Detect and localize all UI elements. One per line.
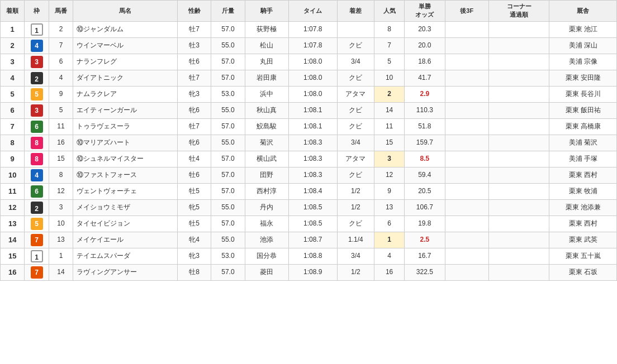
table-row: 7 6 11 トゥラヴェスーラ 牡7 57.0 鮫島駿 1:08.1 クビ 11… [1, 118, 617, 135]
header-kinryo: 斤量 [211, 1, 245, 22]
cell-ninki: 5 [374, 54, 404, 70]
cell-odds: 322.5 [405, 264, 445, 280]
cell-time: 1:08.3 [288, 151, 337, 167]
table-row: 13 5 10 タイセイビジョン 牡5 57.0 福永 1:08.5 クビ 6 … [1, 215, 617, 232]
cell-kishu: 浜中 [245, 86, 288, 102]
cell-chakusa: 1/2 [337, 183, 374, 199]
cell-horse-name: ラヴィングアンサー [73, 264, 178, 280]
cell-corner [488, 151, 549, 167]
cell-uma: 6 [49, 54, 73, 70]
cell-uma: 10 [49, 215, 73, 232]
cell-horse-name: メイケイエール [73, 232, 178, 248]
cell-kinryo: 55.0 [211, 135, 245, 151]
cell-odds: 51.8 [405, 118, 445, 135]
waku-badge: 4 [31, 169, 43, 181]
cell-odds: 20.0 [405, 37, 445, 54]
header-corner: コーナー通過順 [488, 1, 549, 22]
cell-time: 1:08.3 [288, 167, 337, 183]
cell-odds: 2.5 [405, 232, 445, 248]
cell-stable: 栗東 西村 [549, 215, 617, 232]
cell-kinryo: 53.0 [211, 86, 245, 102]
header-ninki: 人気 [374, 1, 404, 22]
cell-horse-name: ウインマーベル [73, 37, 178, 54]
table-row: 5 5 9 ナムラクレア 牝3 53.0 浜中 1:08.0 アタマ 2 2.9… [1, 86, 617, 102]
cell-corner [488, 54, 549, 70]
cell-rank: 9 [1, 151, 25, 167]
cell-time: 1:08.8 [288, 248, 337, 264]
cell-corner [488, 70, 549, 86]
cell-time: 1:08.3 [288, 135, 337, 151]
waku-badge: 5 [31, 88, 43, 100]
cell-odds: 59.4 [405, 167, 445, 183]
cell-rank: 1 [1, 21, 25, 37]
cell-horse-name: ⑩ジャンダルム [73, 21, 178, 37]
cell-chakusa: クビ [337, 70, 374, 86]
header-ato3f: 後3F [445, 1, 488, 22]
cell-ato3f [445, 102, 488, 118]
cell-time: 1:08.0 [288, 70, 337, 86]
cell-corner [488, 264, 549, 280]
cell-rank: 16 [1, 264, 25, 280]
cell-corner [488, 37, 549, 54]
header-chakusa: 着差 [337, 1, 374, 22]
cell-uma: 13 [49, 232, 73, 248]
cell-kishu: 国分恭 [245, 248, 288, 264]
cell-kinryo: 53.0 [211, 248, 245, 264]
cell-seire: 牡7 [178, 21, 211, 37]
cell-kinryo: 57.0 [211, 118, 245, 135]
cell-chakusa: クビ [337, 118, 374, 135]
cell-chakusa: 3/4 [337, 248, 374, 264]
cell-ato3f [445, 264, 488, 280]
cell-odds: 106.7 [405, 199, 445, 215]
cell-kinryo: 55.0 [211, 232, 245, 248]
cell-rank: 8 [1, 135, 25, 151]
cell-stable: 栗東 池添兼 [549, 199, 617, 215]
table-row: 14 7 13 メイケイエール 牝4 55.0 池添 1:08.7 1.1/4 … [1, 232, 617, 248]
cell-rank: 14 [1, 232, 25, 248]
cell-ninki: 12 [374, 167, 404, 183]
cell-horse-name: ⑩マリアズハート [73, 135, 178, 151]
cell-odds: 20.5 [405, 183, 445, 199]
waku-badge: 5 [31, 218, 43, 230]
cell-chakusa: 3/4 [337, 54, 374, 70]
cell-ato3f [445, 183, 488, 199]
cell-time: 1:08.1 [288, 118, 337, 135]
cell-horse-name: トゥラヴェスーラ [73, 118, 178, 135]
cell-rank: 11 [1, 183, 25, 199]
cell-kishu: 団野 [245, 167, 288, 183]
cell-uma: 9 [49, 86, 73, 102]
waku-badge: 2 [31, 72, 43, 84]
cell-kishu: 岩田康 [245, 70, 288, 86]
cell-ninki: 13 [374, 199, 404, 215]
cell-ato3f [445, 70, 488, 86]
cell-uma: 12 [49, 183, 73, 199]
cell-chakusa: クビ [337, 215, 374, 232]
cell-chakusa: 3/4 [337, 135, 374, 151]
waku-badge: 6 [31, 121, 43, 133]
cell-ato3f [445, 199, 488, 215]
header-waku: 枠 [25, 1, 49, 22]
waku-badge: 8 [31, 153, 43, 165]
cell-time: 1:08.5 [288, 215, 337, 232]
cell-stable: 栗東 長谷川 [549, 86, 617, 102]
cell-kishu: 池添 [245, 232, 288, 248]
cell-odds: 159.7 [405, 135, 445, 151]
cell-ninki: 3 [374, 151, 404, 167]
cell-rank: 2 [1, 37, 25, 54]
cell-ninki: 9 [374, 183, 404, 199]
cell-ninki: 7 [374, 37, 404, 54]
cell-seire: 牝5 [178, 199, 211, 215]
cell-chakusa: 1.1/4 [337, 232, 374, 248]
cell-stable: 栗東 牧浦 [549, 183, 617, 199]
cell-horse-name: ナランフレグ [73, 54, 178, 70]
cell-seire: 牡7 [178, 70, 211, 86]
table-row: 16 7 14 ラヴィングアンサー 牡8 57.0 菱田 1:08.9 1/2 … [1, 264, 617, 280]
cell-seire: 牡5 [178, 183, 211, 199]
table-row: 12 2 3 メイショウミモザ 牝5 55.0 丹内 1:08.5 1/2 13… [1, 199, 617, 215]
cell-waku: 3 [25, 54, 49, 70]
cell-waku: 1 [25, 21, 49, 37]
cell-uma: 15 [49, 151, 73, 167]
cell-kishu: 荻野極 [245, 21, 288, 37]
cell-ninki: 11 [374, 118, 404, 135]
cell-horse-name: ダイアトニック [73, 70, 178, 86]
